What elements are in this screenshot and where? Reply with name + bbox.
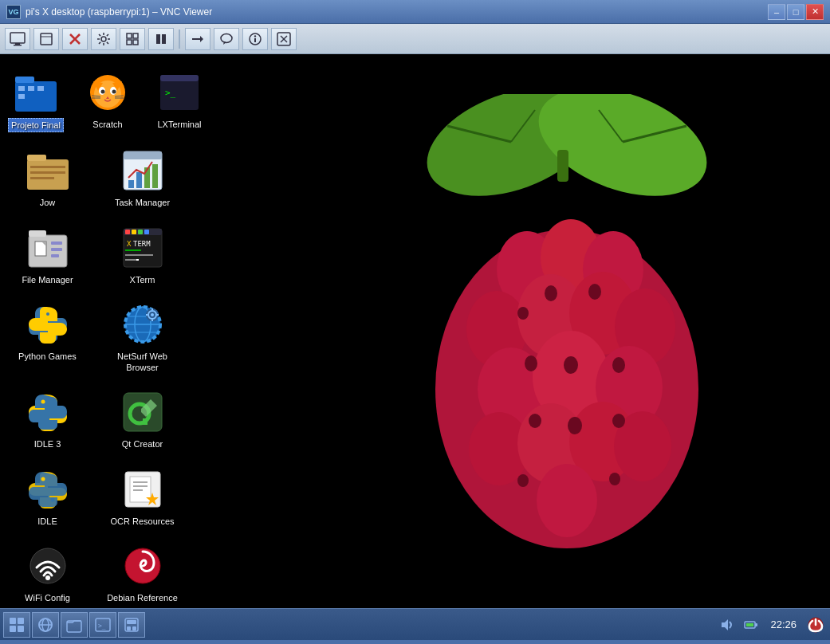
toolbar-btn-3[interactable] — [62, 28, 88, 50]
icon-jow[interactable]: Jow — [2, 142, 93, 215]
svg-rect-109 — [132, 230, 136, 234]
icon-image-scratch — [85, 70, 130, 115]
svg-point-133 — [41, 400, 45, 404]
svg-rect-86 — [160, 75, 199, 81]
svg-line-15 — [99, 41, 100, 43]
icon-file-manager[interactable]: File Manager — [2, 219, 93, 293]
icon-row-6: WiFi Config Debian Reference — [0, 536, 215, 608]
svg-point-149 — [45, 575, 50, 580]
icon-netsurf[interactable]: NetSurf Web Browser — [96, 296, 188, 381]
taskbar-files-btn[interactable] — [61, 612, 88, 638]
svg-point-140 — [41, 477, 45, 481]
raspberry-pi-logo — [368, 94, 766, 572]
svg-marker-23 — [200, 36, 203, 42]
svg-rect-17 — [133, 33, 138, 38]
icon-image-projeto-final — [14, 70, 58, 115]
icon-task-manager[interactable]: Task Manager — [96, 142, 188, 215]
toolbar-btn-2[interactable] — [33, 28, 59, 50]
close-button[interactable]: ✕ — [806, 4, 824, 20]
toolbar-monitor-btn[interactable] — [5, 28, 30, 50]
icon-label-python-games: Python Games — [16, 350, 79, 363]
desktop: Projeto Final — [0, 54, 830, 608]
toolbar-btn-8[interactable] — [214, 28, 239, 50]
tray-speaker[interactable] — [716, 614, 738, 636]
minimize-button[interactable]: – — [768, 4, 785, 20]
svg-rect-100 — [29, 230, 46, 237]
svg-text:TERM: TERM — [133, 240, 151, 248]
toolbar-btn-6[interactable] — [148, 28, 174, 50]
svg-rect-67 — [15, 77, 34, 83]
svg-rect-94 — [124, 151, 162, 159]
icon-idle3[interactable]: IDLE 3 — [2, 383, 93, 457]
icon-label-xterm: XTerm — [128, 273, 158, 286]
icon-row-5: IDLE OCR Resources — [0, 459, 215, 536]
svg-rect-163 — [127, 626, 131, 630]
svg-rect-90 — [30, 166, 65, 168]
icon-image-ocr-resources — [120, 467, 165, 512]
toolbar-btn-4[interactable] — [91, 28, 116, 50]
icon-image-jow — [26, 148, 70, 193]
svg-rect-168 — [746, 623, 753, 626]
svg-point-56 — [588, 284, 601, 300]
toolbar-btn-5[interactable] — [120, 28, 145, 50]
icon-python-games[interactable]: Python Games — [2, 296, 93, 381]
icon-label-jow: Jow — [37, 196, 58, 209]
svg-point-119 — [46, 333, 49, 336]
icon-wifi-config[interactable]: WiFi Config — [2, 537, 93, 608]
vnc-logo: VG — [6, 5, 21, 19]
svg-point-65 — [609, 473, 620, 485]
svg-line-12 — [99, 34, 100, 36]
taskbar-apps-btn[interactable] — [3, 612, 30, 638]
tray-battery[interactable] — [740, 614, 762, 636]
svg-rect-154 — [18, 626, 24, 632]
toolbar-separator-1 — [179, 29, 180, 49]
icon-xterm[interactable]: X TERM XTerm — [96, 219, 188, 293]
svg-rect-139 — [138, 409, 141, 412]
svg-rect-19 — [133, 40, 138, 45]
icon-label-file-manager: File Manager — [19, 273, 75, 286]
taskbar-extra-btn[interactable] — [118, 612, 145, 638]
svg-rect-92 — [30, 177, 54, 179]
title-bar: VG pi's X desktop (raspberrypi:1) – VNC … — [0, 0, 830, 24]
svg-point-28 — [254, 35, 256, 37]
taskbar-browser-btn[interactable] — [32, 612, 59, 638]
taskbar-clock: 22:26 — [764, 618, 803, 630]
icon-idle[interactable]: IDLE — [2, 461, 93, 534]
icon-label-idle: IDLE — [35, 515, 59, 528]
icon-ocr-resources[interactable]: OCR Resources — [96, 461, 188, 534]
taskbar-terminal-btn[interactable]: >_ — [89, 612, 116, 638]
svg-point-134 — [50, 421, 54, 425]
maximize-button[interactable]: □ — [787, 4, 804, 20]
icon-image-idle — [26, 467, 70, 512]
svg-point-128 — [151, 313, 154, 316]
svg-rect-20 — [156, 34, 160, 44]
icon-label-qt-creator: Qt Creator — [120, 438, 165, 450]
tray-power-btn[interactable] — [804, 614, 827, 636]
icon-row-0: Projeto Final — [0, 62, 215, 140]
toolbar-btn-7[interactable] — [185, 28, 210, 50]
icon-label-netsurf: NetSurf Web Browser — [100, 350, 185, 375]
icon-image-idle3 — [26, 390, 70, 434]
icon-label-ocr-resources: OCR Resources — [108, 515, 176, 528]
toolbar-btn-10[interactable] — [271, 28, 297, 50]
svg-point-78 — [101, 90, 105, 94]
icon-image-qt-creator: t — [120, 390, 165, 434]
svg-line-13 — [107, 41, 108, 43]
icon-debian-reference[interactable]: Debian Reference — [96, 537, 188, 608]
icon-projeto-final[interactable]: Projeto Final — [2, 64, 70, 139]
svg-rect-117 — [136, 259, 139, 261]
svg-rect-105 — [51, 254, 59, 257]
svg-point-64 — [517, 474, 529, 487]
icon-lxterminal[interactable]: >_ LXTerminal — [145, 64, 214, 139]
title-bar-left: VG pi's X desktop (raspberrypi:1) – VNC … — [6, 5, 212, 19]
svg-point-59 — [612, 357, 625, 373]
svg-text:X: X — [127, 240, 132, 248]
icon-image-netsurf — [120, 302, 165, 347]
svg-rect-103 — [51, 242, 62, 245]
toolbar-btn-9[interactable] — [242, 28, 268, 50]
icon-qt-creator[interactable]: t Qt Creator — [96, 383, 188, 457]
svg-marker-165 — [722, 619, 728, 630]
icon-scratch[interactable]: Scratch — [73, 64, 142, 139]
svg-rect-151 — [10, 618, 16, 624]
svg-rect-145 — [133, 485, 148, 487]
